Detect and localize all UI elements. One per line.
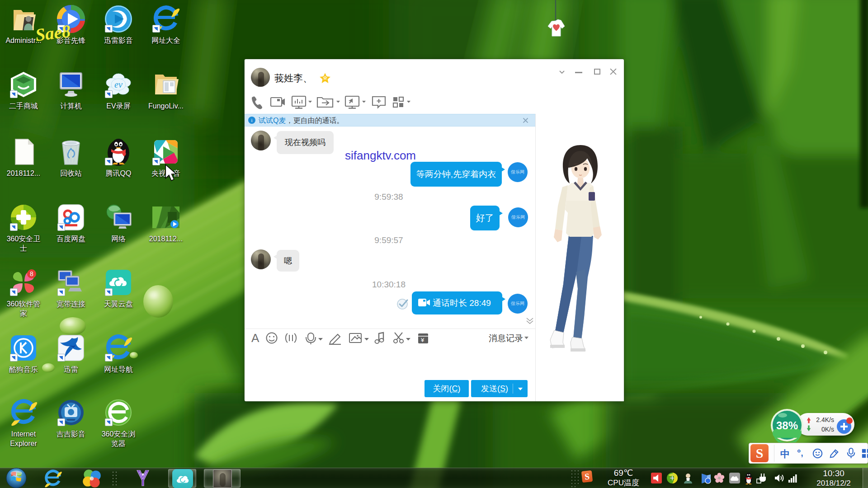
- svg-text:A: A: [251, 331, 259, 345]
- svg-text:ev: ev: [114, 80, 123, 89]
- svg-text:38%: 38%: [776, 419, 798, 432]
- svg-text:i: i: [251, 117, 252, 123]
- svg-text:8: 8: [30, 270, 33, 277]
- svg-text:¥: ¥: [420, 337, 425, 343]
